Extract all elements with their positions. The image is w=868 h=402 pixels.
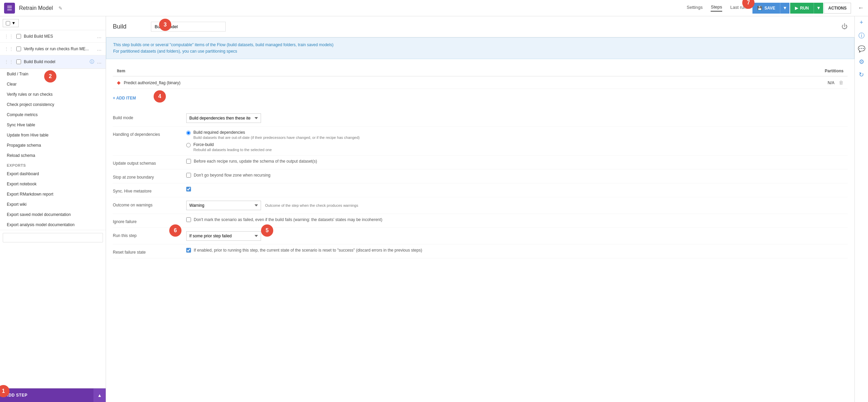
dropdown-item-clear[interactable]: Clear	[0, 79, 106, 89]
add-icon[interactable]: +	[860, 19, 863, 26]
add-step-button[interactable]: ADD STEP	[0, 388, 93, 402]
sync-hive-checkbox[interactable]	[186, 187, 191, 191]
stop-zone-label: Stop at zone boundary	[113, 173, 181, 180]
dropdown-item-export-notebook[interactable]: Export notebook	[0, 179, 106, 189]
partitions-col-header: Partitions	[647, 66, 848, 76]
dropdown-item-export-dashboard[interactable]: Export dashboard	[0, 169, 106, 179]
content-inner: Build 3 ⏻ This step builds one or severa…	[106, 16, 854, 402]
chat-icon[interactable]: 💬	[858, 45, 865, 53]
menu-button[interactable]: ☰	[4, 3, 15, 14]
run-step-control: 5 6 Always If some prior step failed Nev…	[186, 231, 848, 241]
item-col-header: Item	[113, 66, 647, 76]
radio-item-force: Force-build Rebuild all datasets leading…	[186, 142, 848, 152]
more-icon-1[interactable]: …	[97, 34, 102, 39]
dropdown-item-export-wiki[interactable]: Export wiki	[0, 199, 106, 209]
main-layout: ▼ ⋮⋮ Build Build MES … ⋮⋮ Verify rules o…	[0, 16, 868, 402]
step-checkbox-3[interactable]	[16, 59, 21, 64]
settings-gear-icon[interactable]: ⚙	[859, 58, 864, 66]
sidebar-step-3[interactable]: ⋮⋮ Build Build model ⓘ …	[0, 55, 106, 69]
drag-handle-icon: ⋮⋮	[4, 34, 14, 39]
info-icon-3[interactable]: ⓘ	[90, 59, 94, 65]
info-icon[interactable]: ⓘ	[858, 32, 865, 40]
partitions-cell: N/A 🗑	[647, 76, 848, 89]
run-icon: ▶	[795, 6, 798, 11]
dropdown-item-reload-schema[interactable]: Reload schema	[0, 150, 106, 161]
more-icon-3[interactable]: …	[97, 59, 102, 65]
search-input[interactable]	[3, 233, 103, 242]
dropdown-item-compute-metrics[interactable]: Compute metrics	[0, 110, 106, 120]
dependencies-control: Build required dependencies Build datase…	[186, 130, 848, 152]
nav-last-runs[interactable]: Last runs	[730, 5, 748, 11]
dropdown-item-propagate-schema[interactable]: Propagate schema	[0, 140, 106, 150]
sidebar-check-all-button[interactable]: ▼	[3, 19, 19, 27]
radio-required[interactable]	[186, 131, 191, 135]
stop-zone-checkbox[interactable]	[186, 173, 191, 178]
reset-failure-checkbox[interactable]	[186, 248, 191, 253]
step-label-3: Build Build model	[24, 59, 87, 64]
sidebar-step-2[interactable]: ⋮⋮ Verify rules or run checks Run ME... …	[0, 43, 106, 55]
sync-hive-control	[186, 187, 848, 191]
reset-failure-desc: If enabled, prior to running this step, …	[194, 248, 422, 253]
exports-section-title: EXPORTS	[0, 161, 106, 169]
save-dropdown-button[interactable]: ▼	[780, 3, 789, 14]
app-header: ☰ Retrain Model ✎ Settings Steps Last ru…	[0, 0, 868, 16]
nav-settings[interactable]: Settings	[687, 5, 702, 11]
sidebar-step-1[interactable]: ⋮⋮ Build Build MES …	[0, 30, 106, 43]
page-title: Retrain Model	[19, 5, 53, 11]
dropdown-item-export-rmarkdown[interactable]: Export RMarkdown report	[0, 189, 106, 199]
step-checkbox-2[interactable]	[16, 47, 21, 51]
reset-failure-control: If enabled, prior to running this step, …	[186, 248, 848, 253]
radio-force[interactable]	[186, 143, 191, 147]
step-power-button[interactable]: ⏻	[841, 23, 848, 30]
save-button[interactable]: 💾 SAVE	[752, 3, 780, 14]
edit-icon[interactable]: ✎	[58, 5, 63, 11]
build-mode-label: Build mode	[113, 113, 181, 120]
form-row-update-schemas: Update output schemas Before each recipe…	[113, 156, 848, 169]
dropdown-item-export-analysis-model-docs[interactable]: Export analysis model documentation	[0, 220, 106, 230]
step-header: Build 3 ⏻	[106, 16, 854, 37]
form-row-dependencies: Handling of dependencies Build required …	[113, 127, 848, 156]
dropdown-item-update-hive[interactable]: Update from Hive table	[0, 130, 106, 140]
step-checkbox-1[interactable]	[16, 34, 21, 39]
more-icon-2[interactable]: …	[97, 46, 102, 52]
step-label-1: Build Build MES	[24, 34, 94, 39]
dropdown-item-check-consistency[interactable]: Check project consistency	[0, 99, 106, 110]
radio-force-label: Force-build	[193, 142, 272, 147]
run-step-select[interactable]: Always If some prior step failed Never	[186, 231, 261, 241]
sidebar-toolbar: ▼	[0, 16, 106, 30]
form-row-run-step: Run this step 5 6 Always If some prior s…	[113, 228, 848, 244]
item-cell: ◆ Predict authorized_flag (binary)	[113, 76, 647, 89]
run-button[interactable]: ▶ RUN	[790, 3, 814, 14]
update-schemas-checkbox[interactable]	[186, 159, 191, 164]
right-sidebar: + ⓘ 💬 ⚙ ↻	[854, 16, 868, 402]
sidebar-search	[0, 230, 106, 245]
outcome-warnings-select[interactable]: Warning Error Success	[186, 201, 261, 210]
ignore-failure-checkbox-row: Don't mark the scenario as failed, even …	[186, 217, 848, 222]
run-dropdown-button[interactable]: ▼	[814, 3, 823, 14]
step-name-input[interactable]	[151, 22, 226, 32]
delete-row-icon[interactable]: 🗑	[839, 80, 844, 85]
sidebar-steps: ⋮⋮ Build Build MES … ⋮⋮ Verify rules or …	[0, 30, 106, 388]
dropdown-item-sync-hive[interactable]: Sync Hive table	[0, 120, 106, 130]
actions-button[interactable]: ACTIONS	[824, 3, 851, 14]
build-mode-control: Build dependencies then these ite Build …	[186, 113, 848, 123]
dropdown-item-build-train[interactable]: Build / Train	[0, 69, 106, 79]
refresh-icon[interactable]: ↻	[859, 71, 864, 78]
radio-required-label: Build required dependencies	[193, 130, 360, 135]
add-step-dropdown-button[interactable]: ▲	[93, 388, 106, 402]
content-body: Item Partitions ◆ Predict authorized_fla…	[106, 59, 854, 265]
ignore-failure-checkbox[interactable]	[186, 217, 191, 222]
back-button[interactable]: ←	[858, 4, 864, 12]
chevron-down-icon: ▼	[12, 21, 16, 25]
drag-handle-icon: ⋮⋮	[4, 46, 14, 52]
add-item-button[interactable]: + ADD ITEM	[113, 94, 136, 102]
drag-handle-icon: ⋮⋮	[4, 59, 14, 65]
build-mode-select[interactable]: Build dependencies then these ite Build …	[186, 113, 261, 123]
dependencies-label: Handling of dependencies	[113, 130, 181, 137]
nav-steps[interactable]: Steps	[711, 4, 722, 12]
dropdown-item-verify[interactable]: Verify rules or run checks	[0, 89, 106, 99]
dropdown-item-export-saved-model-docs[interactable]: Export saved model documentation	[0, 209, 106, 220]
run-btn-group: ▶ RUN ▼	[790, 3, 823, 14]
items-table: Item Partitions ◆ Predict authorized_fla…	[113, 66, 848, 89]
check-all-checkbox[interactable]	[6, 21, 10, 25]
